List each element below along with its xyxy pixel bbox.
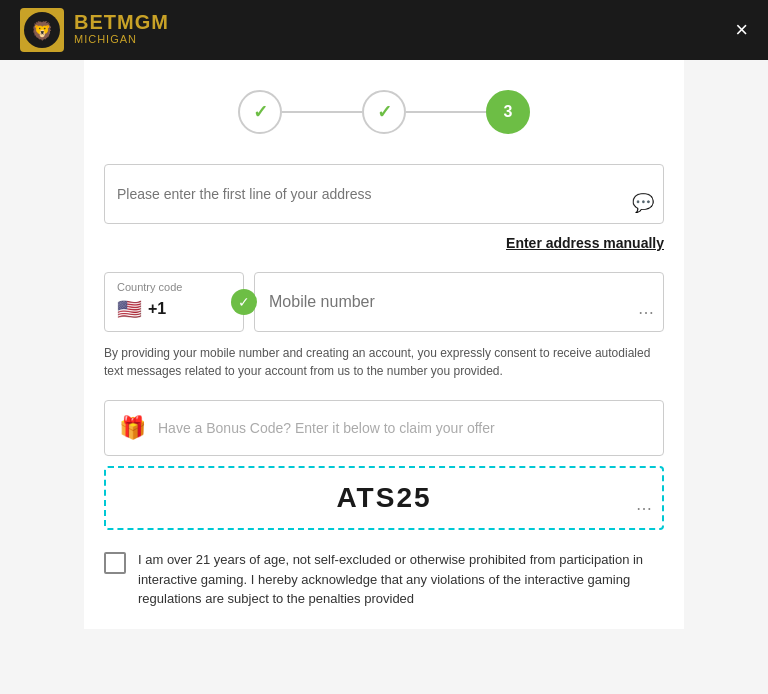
bonus-code-placeholder: Have a Bonus Code? Enter it below to cla… xyxy=(158,420,495,436)
betmgm-logo-icon: 🦁 xyxy=(20,8,64,52)
step-3: 3 xyxy=(486,90,530,134)
enter-manually-link[interactable]: Enter address manually xyxy=(506,235,664,251)
brand-name: BETMGM xyxy=(74,12,169,32)
country-code-box[interactable]: Country code 🇺🇸 +1 ✓ xyxy=(104,272,244,332)
progress-steps: ✓ ✓ 3 xyxy=(104,90,664,134)
address-chat-icon: 💬 xyxy=(632,192,654,214)
step-1-check: ✓ xyxy=(253,101,268,123)
country-code-value: +1 xyxy=(148,300,166,318)
step-1: ✓ xyxy=(238,90,282,134)
consent-text: By providing your mobile number and crea… xyxy=(104,344,664,380)
bonus-code-box[interactable]: 🎁 Have a Bonus Code? Enter it below to c… xyxy=(104,400,664,456)
country-check-circle: ✓ xyxy=(231,289,257,315)
mobile-ellipsis-icon: ⋯ xyxy=(638,303,654,322)
svg-text:🦁: 🦁 xyxy=(31,20,54,42)
country-code-label: Country code xyxy=(117,281,182,293)
address-input[interactable] xyxy=(104,164,664,224)
step-line-2 xyxy=(406,111,486,113)
brand-region: MICHIGAN xyxy=(74,32,169,47)
country-flag-row: 🇺🇸 +1 xyxy=(117,297,166,321)
step-2: ✓ xyxy=(362,90,406,134)
promo-code-box[interactable]: ATS25 ⋯ xyxy=(104,466,664,530)
promo-code-value: ATS25 xyxy=(336,482,431,514)
country-flag: 🇺🇸 xyxy=(117,297,142,321)
step-line-1 xyxy=(282,111,362,113)
mobile-input-wrapper: ⋯ xyxy=(254,272,664,332)
address-input-group: 💬 xyxy=(104,164,664,224)
enter-manually-section: Enter address manually xyxy=(104,234,664,252)
age-checkbox[interactable] xyxy=(104,552,126,574)
main-content: ✓ ✓ 3 💬 Enter address manually Country c… xyxy=(84,60,684,629)
age-verification-text: I am over 21 years of age, not self-excl… xyxy=(138,550,664,609)
step-2-check: ✓ xyxy=(377,101,392,123)
header: 🦁 BETMGM MICHIGAN × xyxy=(0,0,768,60)
logo-text: BETMGM MICHIGAN xyxy=(74,12,169,47)
step-3-label: 3 xyxy=(504,103,513,121)
mobile-number-input[interactable] xyxy=(254,272,664,332)
logo-area: 🦁 BETMGM MICHIGAN xyxy=(20,8,169,52)
age-verification-section: I am over 21 years of age, not self-excl… xyxy=(104,550,664,609)
phone-section: Country code 🇺🇸 +1 ✓ ⋯ xyxy=(104,272,664,332)
promo-ellipsis-icon: ⋯ xyxy=(636,499,652,518)
close-button[interactable]: × xyxy=(735,19,748,41)
gift-icon: 🎁 xyxy=(119,415,146,441)
